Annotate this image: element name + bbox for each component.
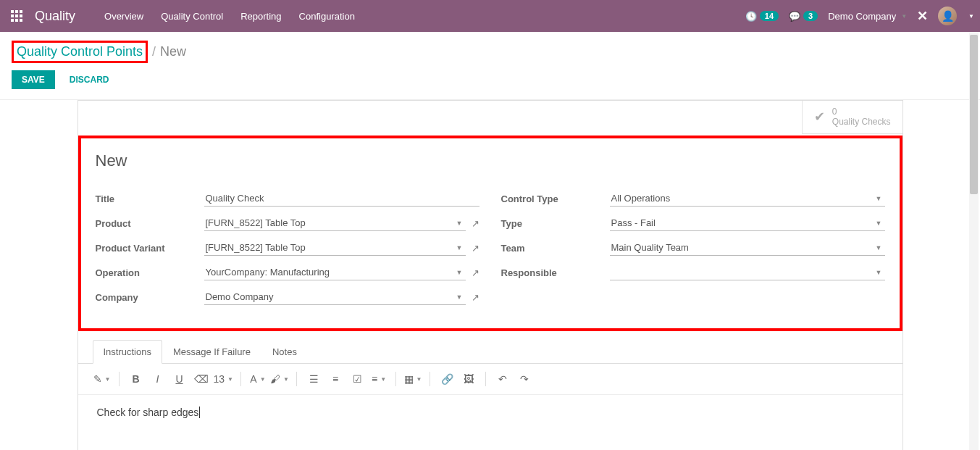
align-button[interactable]: ≡▼ [369,370,388,388]
scrollbar-thumb[interactable] [970,35,978,194]
underline-button[interactable]: U [170,370,189,388]
team-label: Team [501,243,610,254]
stat-label: Quality Checks [832,117,891,127]
check-icon: ✔ [814,109,825,125]
tab-notes[interactable]: Notes [261,340,308,364]
svg-rect-2 [20,10,22,13]
eraser-icon[interactable]: ⌫ [192,370,211,388]
stat-count: 0 [832,107,891,117]
operation-select[interactable] [204,264,466,280]
editor-body[interactable]: Check for sharp edges [78,395,902,450]
svg-rect-4 [15,14,18,17]
operation-external-link-icon[interactable]: ↗ [472,267,479,278]
breadcrumb-separator: / [152,44,156,59]
activities-icon[interactable]: 🕓 14 [745,11,779,22]
product-select[interactable] [204,215,466,231]
table-button[interactable]: ▦▼ [403,370,422,388]
tab-message-failure[interactable]: Message If Failure [162,340,261,364]
chat-icon: 💬 [789,11,800,22]
product-label: Product [96,218,204,229]
svg-rect-7 [15,19,18,22]
form-main-frame: New Title Product ▼ [78,136,902,331]
image-icon[interactable]: 🖼 [459,370,478,388]
chevron-down-icon: ▼ [901,13,907,20]
tab-instructions[interactable]: Instructions [93,340,162,364]
undo-icon[interactable]: ↶ [493,370,512,388]
content: ✔ 0 Quality Checks New Title [78,100,903,450]
redo-icon[interactable]: ↷ [515,370,534,388]
wand-icon[interactable]: ✎▼ [93,370,112,388]
svg-rect-6 [11,19,14,22]
control-type-select[interactable] [610,191,885,207]
breadcrumb-current: New [160,44,186,59]
variant-external-link-icon[interactable]: ↗ [472,243,479,254]
scrollbar-track[interactable] [969,32,979,450]
svg-rect-5 [20,14,22,17]
company-selector[interactable]: Demo Company ▼ [828,11,907,22]
company-label: Company [96,292,204,303]
svg-rect-3 [11,14,14,17]
breadcrumb: Quality Control Points / New [0,32,980,67]
bold-button[interactable]: B [127,370,146,388]
variant-select[interactable] [204,240,466,256]
action-bar: SAVE DISCARD [0,67,980,100]
nav-configuration[interactable]: Configuration [299,11,355,22]
responsible-select[interactable] [610,264,885,280]
app-title: Quality [35,9,75,24]
company-select[interactable] [204,289,466,305]
messages-icon[interactable]: 💬 3 [789,11,818,22]
title-label: Title [96,193,204,204]
svg-rect-0 [11,10,14,13]
company-external-link-icon[interactable]: ↗ [472,292,479,303]
nav-overview[interactable]: Overview [104,11,143,22]
editor-content: Check for sharp edges [97,407,201,418]
form-col-left: Title Product ▼ ↗ Produc [96,189,479,312]
product-external-link-icon[interactable]: ↗ [472,218,479,229]
messages-count: 3 [803,11,818,21]
svg-rect-1 [15,10,18,13]
company-name: Demo Company [828,11,896,22]
form-sheet: ✔ 0 Quality Checks New Title [78,100,903,450]
chevron-down-icon: ▼ [968,13,974,20]
type-label: Type [501,218,610,229]
discard-button[interactable]: DISCARD [64,70,115,89]
activities-count: 14 [760,11,779,21]
checklist-icon[interactable]: ☑ [348,370,367,388]
svg-rect-8 [20,19,22,22]
breadcrumb-parent[interactable]: Quality Control Points [12,41,148,63]
link-icon[interactable]: 🔗 [437,370,456,388]
clock-icon: 🕓 [745,11,757,22]
form-col-right: Control Type ▼ Type ▼ [501,189,885,312]
control-type-label: Control Type [501,193,610,204]
unordered-list-icon[interactable]: ☰ [304,370,323,388]
apps-launcher-icon[interactable] [6,10,28,22]
italic-button[interactable]: I [148,370,167,388]
editor-toolbar: ✎▼ B I U ⌫ 13▼ A▼ 🖌▼ ☰ ≡ ☑ ≡▼ ▦▼ 🔗 🖼 ↶ ↷ [78,364,902,395]
topbar: Quality Overview Quality Control Reporti… [0,0,980,32]
highlight-button[interactable]: 🖌▼ [270,370,289,388]
font-color-button[interactable]: A▼ [248,370,267,388]
topbar-right: 🕓 14 💬 3 Demo Company ▼ ✕ 👤 ▼ [745,7,974,25]
type-select[interactable] [610,215,885,231]
nav-reporting[interactable]: Reporting [240,11,281,22]
title-input[interactable] [204,191,479,207]
save-button[interactable]: SAVE [12,70,55,89]
nav-links: Overview Quality Control Reporting Confi… [104,11,355,22]
ordered-list-icon[interactable]: ≡ [326,370,345,388]
form-heading: New [96,151,885,170]
nav-quality-control[interactable]: Quality Control [161,11,223,22]
variant-label: Product Variant [96,243,204,254]
responsible-label: Responsible [501,267,610,278]
font-size-select[interactable]: 13▼ [214,370,234,388]
close-icon[interactable]: ✕ [917,8,928,24]
user-avatar[interactable]: 👤 [938,7,957,25]
operation-label: Operation [96,267,204,278]
tabs-bar: Instructions Message If Failure Notes [78,340,902,364]
team-select[interactable] [610,240,885,256]
quality-checks-stat[interactable]: ✔ 0 Quality Checks [802,101,902,134]
